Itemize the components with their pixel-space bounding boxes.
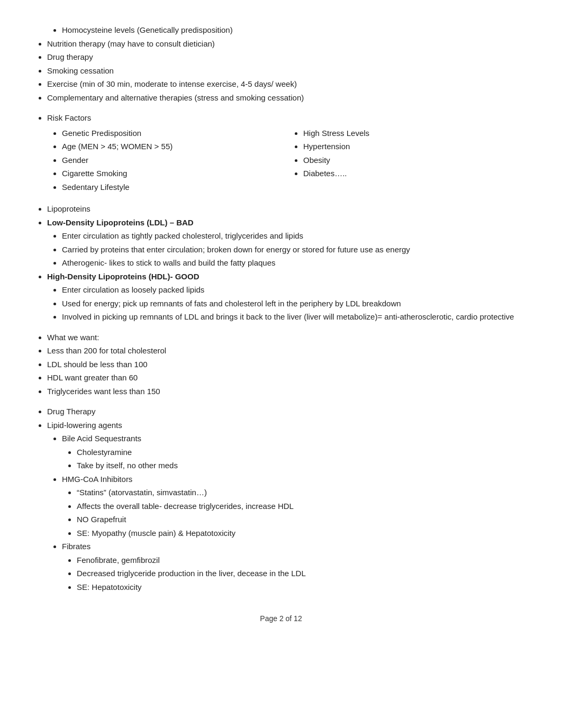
bile-acid-label: Bile Acid Sequestrants	[62, 434, 141, 443]
high-stress-item: High Stress Levels	[303, 128, 530, 140]
ldl-item-1: Enter circulation as tightly packed chol…	[62, 230, 530, 242]
ldl-header: Low-Density Lipoproteins (LDL) – BAD Ent…	[47, 217, 530, 269]
hypertension-item: Hypertension	[303, 141, 530, 153]
hdl-item-1: Enter circulation as loosely packed lipi…	[62, 284, 530, 296]
decreased-triglyceride-item: Decreased triglyceride production in the…	[77, 568, 530, 580]
lipid-lowering-label: Lipid-lowering agents	[47, 421, 122, 430]
risk-factors-left-col: Genetic Predisposition Age (MEN > 45; WO…	[47, 126, 288, 195]
top-indent-list: Homocysteine levels (Genetically predisp…	[32, 17, 530, 593]
left-col-list: Genetic Predisposition Age (MEN > 45; WO…	[47, 128, 288, 194]
no-grapefruit-item: NO Grapefruit	[77, 514, 530, 526]
empty-item-3	[47, 196, 530, 202]
diabetes-item: Diabetes…..	[303, 168, 530, 180]
page-number: Page 2 of 12	[260, 614, 302, 623]
hdl-list: Enter circulation as loosely packed lipi…	[47, 284, 530, 323]
homocysteine-item: Homocysteine levels (Genetically predisp…	[62, 24, 530, 37]
hdl-label: High-Density Lipoproteins (HDL)- GOOD	[47, 272, 199, 281]
triglycerides-item: Triglycerides want less than 150	[47, 386, 530, 398]
genetic-predisposition-item: Genetic Predisposition	[62, 128, 288, 140]
page-footer: Page 2 of 12	[32, 614, 530, 623]
bile-acid-item: Bile Acid Sequestrants Cholestyramine Ta…	[62, 433, 530, 472]
hmg-list: “Statins” (atorvastatin, simvastatin…) A…	[62, 487, 530, 539]
hmg-se-item: SE: Myopathy (muscle pain) & Hepatotoxic…	[77, 527, 530, 540]
statins-item: “Statins” (atorvastatin, simvastatin…)	[77, 487, 530, 499]
risk-factors-columns: Genetic Predisposition Age (MEN > 45; WO…	[47, 126, 530, 195]
fibrates-label: Fibrates	[62, 542, 90, 551]
empty-item-5	[47, 399, 530, 404]
nutrition-therapy-item: Nutrition therapy (may have to consult d…	[47, 38, 530, 50]
hdl-item-3: Involved in picking up remnants of LDL a…	[62, 311, 530, 323]
smoking-cessation-item: Smoking cessation	[47, 65, 530, 77]
lipoproteins-item: Lipoproteins	[47, 203, 530, 215]
fibrates-list: Fenofibrate, gemfibrozil Decreased trigl…	[62, 554, 530, 594]
hmg-item: HMG-CoA Inhibitors “Statins” (atorvastat…	[62, 474, 530, 540]
what-we-want-item: What we want:	[47, 332, 530, 344]
bile-acid-list: Cholestyramine Take by itself, no other …	[62, 447, 530, 472]
right-col-list: High Stress Levels Hypertension Obesity …	[288, 128, 530, 180]
hdl-header: High-Density Lipoproteins (HDL)- GOOD En…	[47, 271, 530, 323]
affects-table-item: Affects the overall table- decrease trig…	[77, 501, 530, 513]
drug-therapy-item-1: Drug therapy	[47, 51, 530, 63]
empty-item-2	[47, 105, 530, 111]
hmg-label: HMG-CoA Inhibitors	[62, 475, 132, 484]
ldl-item-3: Atherogenic- likes to stick to walls and…	[62, 257, 530, 269]
cholestyramine-item: Cholestyramine	[77, 447, 530, 459]
risk-factors-header: Risk Factors	[47, 112, 530, 124]
take-by-itself-item: Take by itself, no other meds	[77, 460, 530, 472]
ldl-item-2: Carried by proteins that enter circulati…	[62, 244, 530, 256]
age-item: Age (MEN > 45; WOMEN > 55)	[62, 141, 288, 153]
cigarette-smoking-item: Cigarette Smoking	[62, 168, 288, 180]
cholesterol-item: Less than 200 for total cholesterol	[47, 345, 530, 357]
ldl-value-item: LDL should be less than 100	[47, 359, 530, 371]
ldl-label: Low-Density Lipoproteins (LDL) – BAD	[47, 218, 194, 227]
drug-therapy-item: Drug Therapy	[47, 406, 530, 418]
hdl-item-2: Used for energy; pick up remnants of fat…	[62, 298, 530, 310]
gender-item: Gender	[62, 154, 288, 167]
fibrates-item: Fibrates Fenofibrate, gemfibrozil Decrea…	[62, 541, 530, 593]
empty-item-1	[47, 17, 530, 23]
ldl-list: Enter circulation as tightly packed chol…	[47, 230, 530, 269]
lipid-lowering-list: Bile Acid Sequestrants Cholestyramine Ta…	[47, 433, 530, 593]
sedentary-lifestyle-item: Sedentary Lifestyle	[62, 181, 288, 194]
risk-factors-right-col: High Stress Levels Hypertension Obesity …	[288, 126, 530, 195]
empty-item-4	[47, 325, 530, 330]
obesity-item: Obesity	[303, 154, 530, 167]
fibrates-se-item: SE: Hepatotoxicity	[77, 581, 530, 594]
complementary-therapies-item: Complementary and alternative therapies …	[47, 92, 530, 104]
page-content: Homocysteine levels (Genetically predisp…	[32, 17, 530, 623]
lipid-lowering-item: Lipid-lowering agents Bile Acid Sequestr…	[47, 420, 530, 594]
sub-indent-list: Homocysteine levels (Genetically predisp…	[47, 24, 530, 37]
hdl-value-item: HDL want greater than 60	[47, 372, 530, 384]
fenofibrate-item: Fenofibrate, gemfibrozil	[77, 554, 530, 567]
exercise-item: Exercise (min of 30 min, moderate to int…	[47, 78, 530, 90]
